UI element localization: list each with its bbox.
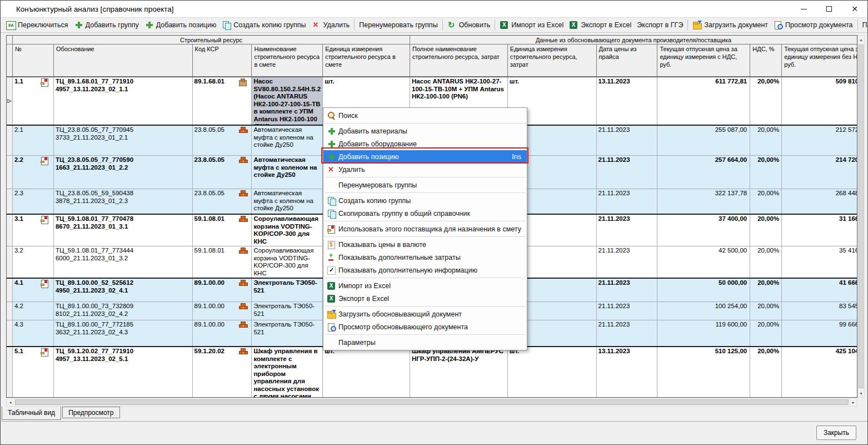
name-cell[interactable]: Автоматическая муфта с коленом на стойке… [252, 126, 323, 155]
column-header-unit[interactable]: Единица измерения строительного ресурса … [323, 44, 410, 77]
export-gge-button[interactable]: Экспорт в ГГЭ [634, 20, 686, 30]
menu-item-add-materials[interactable]: Добавить материалы [323, 125, 527, 137]
date-cell[interactable]: 21.11.2023 [597, 320, 658, 346]
row-number-cell[interactable]: 2.1 [13, 126, 54, 155]
ksr-cell[interactable]: 59.1.08.01 [193, 215, 252, 246]
row-number-cell[interactable]: 3.2 [13, 246, 54, 278]
vat-cell[interactable]: 20,00% [750, 126, 782, 155]
name-cell[interactable]: Сороулавливающая корзина VODTING-KOP/COP… [252, 246, 323, 278]
date-cell[interactable]: 13.11.2023 [597, 347, 658, 398]
scroll-down-icon[interactable]: ▾ [857, 389, 865, 397]
ksr-cell[interactable]: 59.1.08.01 [193, 246, 252, 278]
horizontal-scrollbar[interactable]: ◂ ▸ [6, 398, 857, 407]
ksr-cell[interactable]: 23.8.05.05 [193, 189, 252, 214]
add-position-button[interactable]: Добавить позицию [142, 19, 220, 31]
vat-cell[interactable]: 20,00% [750, 302, 782, 320]
row-number-cell[interactable]: 2.2 [13, 156, 54, 189]
price-cell[interactable]: 322 137,78 [657, 189, 750, 214]
ksr-cell[interactable]: 89.1.00.00 [193, 302, 252, 320]
justification-cell[interactable]: ТЦ_23.8.05.05_77_770590 1663_21.11.2023_… [54, 156, 193, 189]
name-cell[interactable]: Шкаф управления в комплекте с электронны… [252, 347, 323, 398]
ksr-cell[interactable]: 89.1.68.01 [193, 77, 252, 125]
vat-cell[interactable]: 20,00% [750, 279, 782, 301]
menu-item-add-position[interactable]: Добавить позициюIns [323, 150, 527, 163]
menu-item-export-excel[interactable]: Экспорт в Excel [323, 292, 527, 305]
price-novat-cell[interactable]: 268 448,15 [782, 189, 857, 214]
tab-table-view[interactable]: Табличный вид [2, 407, 61, 420]
vat-cell[interactable]: 20,00% [750, 215, 782, 246]
justification-cell[interactable]: ТЦ_23.8.05.05_59_590438 3878_21.11.2023_… [54, 189, 193, 214]
menu-item-show-extra-info[interactable]: Показывать дополнительную информацию [323, 264, 527, 276]
menu-item-view-document[interactable]: Просмотр обосновывающего документа [323, 320, 527, 333]
price-novat-cell[interactable]: 31 166,67 [782, 215, 857, 246]
price-novat-cell[interactable]: 41 666,67 [782, 279, 857, 301]
row-selector-cell[interactable] [7, 126, 13, 155]
menu-item-copy-group[interactable]: Создать копию группы [323, 194, 527, 207]
copy-group-button[interactable]: Создать копию группы [219, 19, 308, 31]
name-cell[interactable]: Электроталь ТЭ050-521 [252, 320, 323, 346]
unit2-cell[interactable]: шт. [508, 347, 597, 398]
ksr-cell[interactable]: 23.8.05.05 [193, 126, 252, 155]
name-cell-selected[interactable]: Насос SV80.80.150.2.54H.S.2 (Насос ANTAR… [252, 77, 323, 125]
name-cell[interactable]: Электроталь ТЭ050-521 [252, 302, 323, 320]
unit-cell[interactable]: шт. [323, 347, 410, 398]
vat-cell[interactable]: 20,00% [750, 246, 782, 278]
justification-cell[interactable]: ТЦ_23.8.05.05_77_770945 3733_21.11.2023_… [54, 126, 193, 155]
ksr-cell[interactable]: 59.1.20.02 [193, 347, 252, 398]
name-cell[interactable]: Электроталь ТЭ050-521 [252, 279, 323, 301]
name-cell[interactable]: Автоматическая муфта с коленом на стойке… [252, 189, 323, 214]
tab-preview[interactable]: Предпросмотр [62, 407, 119, 418]
menu-item-load-document[interactable]: Загрузить обосновывающий документ [323, 308, 527, 320]
date-cell[interactable]: 21.11.2023 [597, 156, 658, 189]
table-row[interactable]: 5.1 ТЦ_59.1.20.02_77_771910 4957_13.11.2… [7, 346, 857, 398]
export-excel-button[interactable]: Экспорт в Excel [566, 19, 634, 31]
menu-item-parameters[interactable]: Параметры [323, 336, 527, 349]
row-number-cell[interactable]: 4.2 [13, 302, 54, 320]
menu-item-copy-group-to-shared[interactable]: Скопировать группу в общий справочник [323, 207, 527, 220]
date-cell[interactable]: 13.11.2023 [597, 77, 658, 125]
column-header-vat[interactable]: НДС, % [750, 44, 782, 77]
justification-cell[interactable]: ТЦ_89.1.68.01_77_771910 4957_13.11.2023_… [54, 77, 193, 125]
ksr-cell[interactable]: 23.8.05.05 [193, 156, 252, 189]
row-selector-cell[interactable] [7, 189, 13, 214]
row-selector-cell[interactable] [7, 347, 13, 398]
price-cell[interactable]: 611 772,81 [657, 77, 750, 125]
column-header-price-novat[interactable]: Текущая отпускная цена за единицу измере… [782, 44, 857, 77]
price-cell[interactable]: 257 664,00 [657, 156, 750, 189]
import-excel-button[interactable]: Импорт из Excel [497, 19, 566, 31]
vat-cell[interactable]: 20,00% [750, 320, 782, 346]
date-cell[interactable]: 21.11.2023 [597, 126, 658, 155]
row-selector-cell[interactable] [7, 279, 13, 301]
justification-cell[interactable]: ТЦ_89.1.00.00_77_772185 3632_21.11.2023_… [54, 320, 193, 346]
date-cell[interactable]: 21.11.2023 [597, 246, 658, 278]
justification-cell[interactable]: ТЦ_59.1.20.02_77_771910 4957_13.11.2023_… [54, 347, 193, 398]
row-number-cell[interactable]: 5.1 [13, 347, 54, 398]
date-cell[interactable]: 21.11.2023 [597, 302, 658, 320]
menu-item-search[interactable]: Поиск [323, 109, 527, 122]
row-number-cell[interactable]: 4.1 [13, 279, 54, 301]
price-novat-cell[interactable]: 83 545,00 [782, 302, 857, 320]
row-number-cell[interactable]: 3.1 [13, 215, 54, 246]
price-novat-cell[interactable]: 509 810,68 [782, 77, 857, 125]
row-selector-cell[interactable] [7, 320, 13, 346]
column-header-price[interactable]: Текущая отпускная цена за единицу измере… [657, 44, 750, 77]
vat-cell[interactable]: 20,00% [750, 189, 782, 214]
price-novat-cell[interactable]: 214 720,00 [782, 156, 857, 189]
scroll-right-icon[interactable]: ▸ [850, 398, 857, 406]
price-cell[interactable]: 42 500,00 [657, 246, 750, 278]
renumber-groups-button[interactable]: Перенумеровать группы [356, 20, 440, 30]
price-cell[interactable]: 50 000,00 [657, 279, 750, 301]
fullname-cell[interactable]: Шкаф управления АМПЕРУС НГР-УПП-2-(24-32… [410, 347, 508, 398]
price-novat-cell[interactable]: 99 666,67 [782, 320, 857, 346]
column-header-name[interactable]: Наименование строительного ресурса в сме… [252, 44, 323, 77]
row-selector-cell[interactable] [7, 302, 13, 320]
price-cell[interactable]: 37 400,00 [657, 215, 750, 246]
justification-cell[interactable]: ТЦ_89.1.00.00_73_732809 8102_21.11.2023_… [54, 302, 193, 320]
menu-item-delete[interactable]: Удалить [323, 163, 527, 176]
vat-cell[interactable]: 20,00% [750, 156, 782, 189]
price-cell[interactable]: 100 254,00 [657, 302, 750, 320]
name-cell[interactable]: Автоматическая муфта с коленом на стойке… [252, 156, 323, 189]
price-novat-cell[interactable]: 425 104,17 [782, 347, 857, 398]
menu-item-show-extra-costs[interactable]: Показывать дополнительные затраты [323, 251, 527, 264]
minimize-button[interactable] [791, 1, 816, 17]
